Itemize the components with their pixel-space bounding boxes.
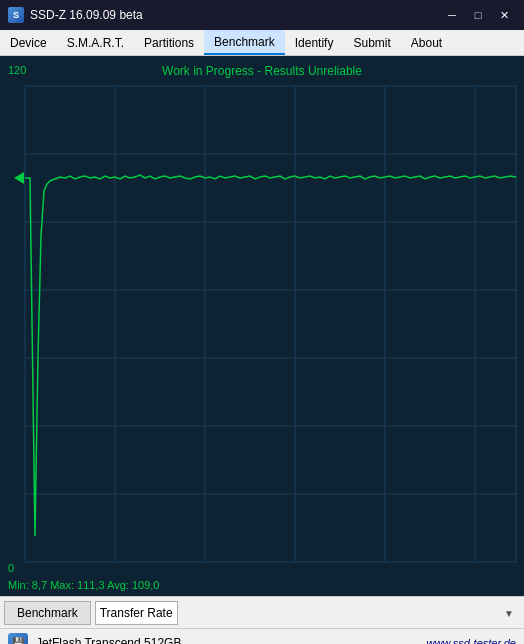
window-title: SSD-Z 16.09.09 beta (30, 8, 143, 22)
menu-bar: Device S.M.A.R.T. Partitions Benchmark I… (0, 30, 524, 56)
minimize-button[interactable]: ─ (440, 6, 464, 24)
svg-rect-0 (0, 56, 524, 596)
menu-item-device[interactable]: Device (0, 30, 57, 55)
maximize-button[interactable]: □ (466, 6, 490, 24)
benchmark-button[interactable]: Benchmark (4, 601, 91, 625)
bottom-toolbar: Benchmark Transfer Rate ▼ (0, 596, 524, 628)
transfer-rate-select[interactable]: Transfer Rate (95, 601, 178, 625)
chart-stats: Min: 8,7 Max: 111,3 Avg: 109,0 (8, 579, 516, 591)
chart-svg (0, 56, 524, 596)
select-arrow-icon: ▼ (504, 607, 514, 618)
menu-item-submit[interactable]: Submit (343, 30, 400, 55)
title-bar-controls: ─ □ ✕ (440, 6, 516, 24)
title-bar-left: S SSD-Z 16.09.09 beta (8, 7, 143, 23)
title-bar: S SSD-Z 16.09.09 beta ─ □ ✕ (0, 0, 524, 30)
status-device-name: JetFlash Transcend 512GB (36, 636, 181, 645)
y-axis-label-top: 120 (8, 64, 26, 76)
y-axis-label-bottom: 0 (8, 562, 14, 574)
transfer-rate-select-wrapper: Transfer Rate ▼ (95, 601, 520, 625)
menu-item-benchmark[interactable]: Benchmark (204, 30, 285, 55)
status-device-icon: 💾 (8, 633, 28, 645)
menu-item-identify[interactable]: Identify (285, 30, 344, 55)
menu-item-about[interactable]: About (401, 30, 452, 55)
app-icon: S (8, 7, 24, 23)
chart-warning-text: Work in Progress - Results Unreliable (0, 64, 524, 78)
close-button[interactable]: ✕ (492, 6, 516, 24)
status-url: www.ssd-tester.de (427, 637, 516, 645)
status-bar: 💾 JetFlash Transcend 512GB www.ssd-teste… (0, 628, 524, 644)
chart-container: Work in Progress - Results Unreliable 12… (0, 56, 524, 596)
menu-item-smart[interactable]: S.M.A.R.T. (57, 30, 134, 55)
menu-item-partitions[interactable]: Partitions (134, 30, 204, 55)
